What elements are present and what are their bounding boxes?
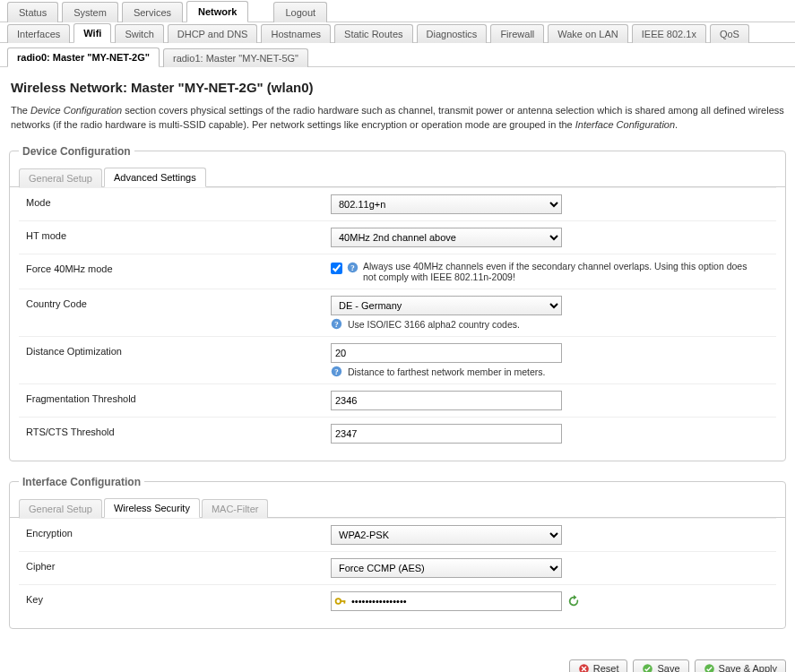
force40-label: Force 40MHz mode: [26, 261, 331, 274]
help-icon: ?: [347, 262, 359, 273]
device-inner-tabs: General Setup Advanced Settings: [10, 167, 785, 187]
svg-text:?: ?: [350, 263, 354, 272]
rts-label: RTS/CTS Threshold: [26, 424, 331, 437]
cipher-label: Cipher: [26, 558, 331, 572]
device-config-legend: Device Configuration: [19, 145, 134, 158]
iface-tab-macfilter[interactable]: MAC-Filter: [202, 499, 269, 518]
svg-point-6: [336, 599, 341, 604]
distance-input[interactable]: [331, 343, 562, 363]
network-subnav: Interfaces Wifi Switch DHCP and DNS Host…: [0, 22, 795, 43]
svg-text:?: ?: [334, 367, 338, 376]
frag-input[interactable]: [331, 391, 562, 410]
subtab-8021x[interactable]: IEEE 802.1x: [632, 24, 706, 43]
device-config-section: Device Configuration General Setup Advan…: [9, 145, 786, 461]
subtab-wifi[interactable]: Wifi: [73, 23, 111, 43]
key-input[interactable]: [331, 591, 562, 611]
subtab-wol[interactable]: Wake on LAN: [548, 24, 627, 43]
subtab-firewall[interactable]: Firewall: [490, 24, 544, 43]
check-icon: [704, 663, 715, 672]
radio-tabs: radio0: Master "MY-NET-2G" radio1: Maste…: [0, 43, 795, 67]
cipher-select[interactable]: Force CCMP (AES): [331, 558, 562, 578]
subtab-qos[interactable]: QoS: [710, 24, 749, 43]
country-label: Country Code: [26, 296, 331, 309]
top-nav: Status System Services Network Logout: [0, 0, 795, 22]
help-icon: ?: [331, 366, 342, 377]
radio0-tab[interactable]: radio0: Master "MY-NET-2G": [7, 47, 160, 67]
key-label: Key: [26, 591, 331, 605]
distance-help: Distance to farthest network member in m…: [348, 366, 546, 377]
tab-network[interactable]: Network: [186, 1, 248, 22]
help-icon: ?: [331, 318, 342, 330]
rts-input[interactable]: [331, 424, 562, 444]
encryption-label: Encryption: [26, 525, 331, 538]
device-tab-general[interactable]: General Setup: [19, 168, 102, 187]
iface-tab-security[interactable]: Wireless Security: [104, 498, 200, 518]
encryption-select[interactable]: WPA2-PSK: [331, 525, 562, 545]
action-bar: Reset Save Save & Apply: [0, 656, 795, 672]
htmode-select[interactable]: 40MHz 2nd channel above: [331, 228, 562, 247]
mode-label: Mode: [26, 194, 331, 208]
check-icon: [642, 663, 653, 672]
radio1-tab[interactable]: radio1: Master "MY-NET-5G": [163, 48, 308, 67]
save-button[interactable]: Save: [633, 659, 688, 672]
subtab-diagnostics[interactable]: Diagnostics: [417, 24, 488, 43]
tab-logout[interactable]: Logout: [273, 2, 327, 22]
tab-status[interactable]: Status: [7, 2, 58, 22]
subtab-switch[interactable]: Switch: [115, 24, 163, 43]
htmode-label: HT mode: [26, 228, 331, 241]
force40-checkbox[interactable]: [331, 263, 342, 274]
page-title: Wireless Network: Master "MY-NET-2G" (wl…: [11, 80, 784, 95]
iface-tab-general[interactable]: General Setup: [19, 499, 102, 518]
subtab-hostnames[interactable]: Hostnames: [261, 24, 331, 43]
mode-select[interactable]: 802.11g+n: [331, 194, 562, 214]
iface-inner-tabs: General Setup Wireless Security MAC-Filt…: [10, 497, 785, 518]
country-select[interactable]: DE - Germany: [331, 296, 562, 315]
svg-text:?: ?: [334, 320, 338, 329]
frag-label: Fragmentation Threshold: [26, 391, 331, 404]
reset-button[interactable]: Reset: [569, 659, 628, 672]
reload-icon[interactable]: [567, 595, 580, 607]
save-apply-button[interactable]: Save & Apply: [695, 659, 786, 672]
subtab-staticroutes[interactable]: Static Routes: [334, 24, 412, 43]
device-tab-advanced[interactable]: Advanced Settings: [104, 168, 206, 187]
svg-point-10: [644, 664, 653, 672]
tab-services[interactable]: Services: [122, 2, 183, 22]
page-description: The Device Configuration section covers …: [11, 104, 784, 133]
interface-config-legend: Interface Configuration: [19, 476, 144, 488]
key-icon: [334, 595, 347, 607]
subtab-interfaces[interactable]: Interfaces: [7, 24, 70, 43]
force40-help: Always use 40MHz channels even if the se…: [363, 261, 748, 282]
country-help: Use ISO/IEC 3166 alpha2 country codes.: [348, 319, 520, 330]
tab-system[interactable]: System: [62, 2, 118, 22]
svg-rect-8: [344, 600, 346, 604]
subtab-dhcp[interactable]: DHCP and DNS: [168, 24, 258, 43]
interface-config-section: Interface Configuration General Setup Wi…: [9, 476, 786, 629]
distance-label: Distance Optimization: [26, 343, 331, 357]
cancel-icon: [578, 663, 590, 672]
svg-point-11: [704, 664, 714, 672]
